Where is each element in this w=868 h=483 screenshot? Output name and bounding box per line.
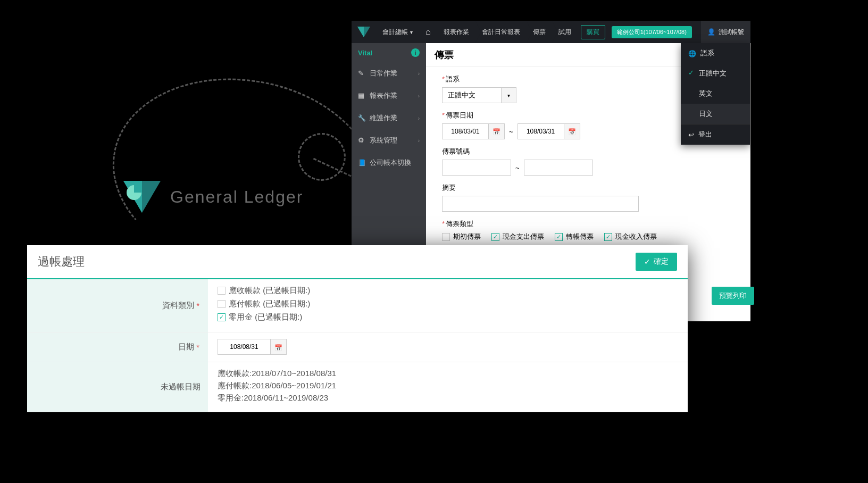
logo-icon: [123, 181, 161, 213]
category-ar-checkbox[interactable]: 應收帳款 (已過帳日期:): [218, 286, 678, 296]
unposted-label: 未過帳日期: [161, 382, 201, 392]
gear-icon: [358, 136, 365, 144]
type-checkbox-cashout[interactable]: ✓現金支出傳票: [491, 232, 544, 242]
edit-icon: [358, 69, 365, 77]
type-checkbox-transfer[interactable]: ✓轉帳傳票: [555, 232, 594, 242]
chevron-down-icon: ▾: [501, 88, 516, 103]
info-icon[interactable]: i: [411, 48, 420, 57]
product-logo: General Ledger: [123, 181, 303, 213]
lang-option-jp[interactable]: 日文: [681, 104, 750, 124]
lang-option-en[interactable]: 英文: [681, 84, 750, 104]
lang-select[interactable]: 正體中文 ▾: [442, 87, 516, 103]
logo-text: General Ledger: [170, 187, 303, 207]
buy-button[interactable]: 購買: [581, 25, 605, 39]
posting-date-input[interactable]: [218, 339, 271, 355]
svg-marker-3: [357, 27, 364, 37]
preview-print-button[interactable]: 預覽列印: [712, 287, 754, 305]
chevron-right-icon: ›: [418, 115, 420, 121]
category-label: 資料類別: [162, 301, 194, 311]
company-badge[interactable]: 範例公司1(107/06~107/08): [612, 26, 692, 38]
summary-input[interactable]: [442, 196, 639, 212]
chevron-right-icon: ›: [418, 71, 420, 77]
posting-title: 過帳處理: [38, 254, 85, 270]
app-logo-icon[interactable]: [352, 21, 376, 43]
lang-value: 正體中文: [443, 90, 501, 100]
breadcrumb-item[interactable]: 報表作業: [437, 21, 475, 43]
sidebar-item-switch[interactable]: 公司帳本切換: [352, 152, 426, 174]
home-icon: [425, 27, 431, 37]
topbar-menu[interactable]: 會計總帳 ▾: [376, 21, 419, 43]
voucher-number-to[interactable]: [524, 160, 593, 176]
type-checkbox-initial[interactable]: 期初傳票: [442, 232, 481, 242]
user-menu-trigger[interactable]: 測試帳號: [701, 21, 750, 43]
date-label: 傳票日期: [446, 111, 473, 119]
checkbox-icon: [442, 233, 450, 241]
checkbox-checked-icon: ✓: [218, 313, 226, 321]
type-label: 傳票類型: [446, 220, 473, 228]
chevron-right-icon: ›: [418, 138, 420, 144]
date-from-input[interactable]: [442, 123, 489, 139]
calendar-icon: [568, 128, 576, 136]
lang-option-zh[interactable]: 正體中文: [681, 63, 750, 84]
home-button[interactable]: [419, 21, 437, 43]
sidebar-item-system[interactable]: 系統管理›: [352, 129, 426, 152]
book-icon: [358, 159, 365, 166]
checkbox-checked-icon: ✓: [555, 233, 563, 241]
calendar-icon: [274, 343, 282, 352]
chevron-down-icon: ▾: [410, 29, 413, 35]
voucher-number-label: 傳票號碼: [442, 147, 470, 155]
topbar: 會計總帳 ▾ 報表作業 會計日常報表 傳票 試用 購買 範例公司1(107/06…: [352, 21, 750, 43]
sidebar-item-daily[interactable]: 日常作業›: [352, 62, 426, 85]
logout-icon: [688, 131, 694, 139]
posting-date-label: 日期: [178, 342, 194, 352]
category-ap-checkbox[interactable]: 應付帳款 (已過帳日期:): [218, 299, 678, 309]
chevron-right-icon: ›: [418, 93, 420, 99]
range-separator: ~: [509, 128, 513, 136]
confirm-button[interactable]: ✓ 確定: [636, 253, 677, 271]
unposted-values: 應收帳款:2018/07/10~2018/08/31 應付帳款:2018/06/…: [208, 362, 688, 412]
checkbox-icon: [218, 300, 226, 308]
date-to-input[interactable]: [518, 123, 564, 139]
summary-label: 摘要: [442, 184, 456, 191]
globe-icon: [688, 49, 696, 57]
checkbox-icon: [218, 287, 226, 295]
checkbox-checked-icon: ✓: [604, 233, 612, 241]
calendar-button[interactable]: [271, 339, 287, 355]
logout-button[interactable]: 登出: [681, 124, 750, 145]
grid-icon: [358, 91, 365, 99]
posting-window: 過帳處理 ✓ 確定 資料類別* 應收帳款 (已過帳日期:) 應付帳款 (已過帳日…: [27, 245, 688, 412]
check-icon: ✓: [644, 257, 650, 266]
user-name: 測試帳號: [719, 28, 744, 37]
checkbox-checked-icon: ✓: [491, 233, 499, 241]
lang-label: 語系: [446, 75, 460, 83]
topbar-menu-label: 會計總帳: [382, 28, 408, 37]
category-pettycash-checkbox[interactable]: ✓零用金 (已過帳日期:): [218, 312, 678, 322]
unposted-line: 應付帳款:2018/06/05~2019/01/21: [218, 381, 678, 391]
calendar-button[interactable]: [489, 123, 505, 139]
sidebar-item-maintain[interactable]: 維護作業›: [352, 107, 426, 129]
calendar-button[interactable]: [564, 123, 580, 139]
unposted-line: 應收帳款:2018/07/10~2018/08/31: [218, 369, 678, 379]
sidebar-item-reports[interactable]: 報表作業›: [352, 85, 426, 107]
user-dropdown-header: 語系: [681, 43, 750, 63]
sidebar-header: Vital i: [352, 43, 426, 62]
wrench-icon: [358, 114, 365, 122]
unposted-line: 零用金:2018/06/11~2019/08/23: [218, 393, 678, 403]
user-icon: [707, 28, 715, 36]
calendar-icon: [493, 128, 500, 136]
type-checkbox-cashin[interactable]: ✓現金收入傳票: [604, 232, 657, 242]
range-separator: ~: [515, 164, 520, 172]
breadcrumb-item[interactable]: 會計日常報表: [475, 21, 527, 43]
user-dropdown: 語系 正體中文 英文 日文 登出: [681, 43, 750, 145]
voucher-number-from[interactable]: [442, 160, 511, 176]
